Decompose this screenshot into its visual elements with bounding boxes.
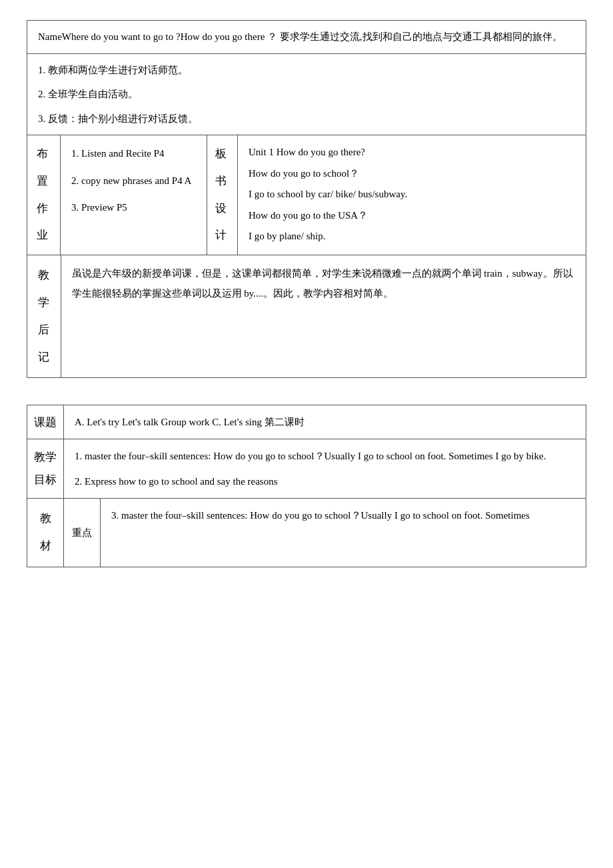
jiao-cai-label: 教 材 (27, 499, 64, 567)
steps-content: 1. 教师和两位学生进行对话师范。 2. 全班学生自由活动。 3. 反馈：抽个别… (27, 53, 586, 135)
after-section: 教 学 后 记 虽说是六年级的新授单词课，但是，这课单词都很简单，对学生来说稍微… (27, 255, 586, 378)
homework-item-2: 2. copy new phrases and P4 A (71, 169, 196, 193)
jiao-xue-mu-biao-row: 教学目标 1. master the four–skill sentences:… (27, 439, 586, 499)
ke-ti-row: 课题 A. Let's try Let's talk Group work C.… (27, 405, 586, 439)
jiao-xue-mu-biao-label: 教学目标 (27, 439, 64, 499)
after-row: 教 学 后 记 虽说是六年级的新授单词课，但是，这课单词都很简单，对学生来说稍微… (27, 255, 586, 378)
ke-ti-label: 课题 (27, 405, 64, 439)
after-label: 教 学 后 记 (27, 255, 61, 377)
step-3: 3. 反馈：抽个别小组进行对话反馈。 (38, 109, 575, 129)
table-section-1: NameWhere do you want to go to ?How do y… (27, 20, 586, 378)
step-2: 2. 全班学生自由活动。 (38, 85, 575, 104)
homework-content: 1. Listen and Recite P4 2. copy new phra… (61, 135, 207, 255)
jiao-xue-content: 1. master the four–skill sentences: How … (64, 439, 586, 499)
steps-row: 1. 教师和两位学生进行对话师范。 2. 全班学生自由活动。 3. 反馈：抽个别… (27, 53, 586, 135)
jiao-cai-row: 教 材 重点 3. master the four–skill sentence… (27, 499, 586, 567)
homework-item-3: 3. Preview P5 (71, 196, 196, 219)
board-label: 板 书 设 计 (207, 135, 238, 255)
after-content: 虽说是六年级的新授单词课，但是，这课单词都很简单，对学生来说稍微难一点的就两个单… (61, 255, 586, 377)
table-section-2: 课题 A. Let's try Let's talk Group work C.… (27, 405, 586, 567)
homework-board-row: 布 置 作 业 1. Listen and Recite P4 2. copy … (27, 135, 586, 255)
step-1: 1. 教师和两位学生进行对话师范。 (38, 61, 575, 80)
zhong-dian-content: 3. master the four–skill sentences: How … (101, 499, 586, 567)
board-line-4: How do you go to the USA？ (249, 205, 575, 227)
top-intro-row: NameWhere do you want to go to ?How do y… (27, 21, 586, 54)
board-line-2: How do you go to school？ (249, 163, 575, 185)
zhong-dian-label: 重点 (64, 499, 101, 567)
intro-content: NameWhere do you want to go to ?How do y… (27, 21, 586, 54)
board-content: Unit 1 How do you go there? How do you g… (238, 135, 586, 255)
jiao-xue-item-1: 1. master the four–skill sentences: How … (75, 446, 575, 466)
homework-label: 布 置 作 业 (27, 135, 61, 255)
homework-item-1: 1. Listen and Recite P4 (71, 142, 196, 165)
board-line-1: Unit 1 How do you go there? (249, 142, 575, 163)
board-line-5: I go by plane/ ship. (249, 226, 575, 247)
board-line-3: I go to school by car/ bike/ bus/subway. (249, 184, 575, 205)
jiao-xue-item-2: 2. Express how to go to school and say t… (75, 471, 575, 491)
ke-ti-content: A. Let's try Let's talk Group work C. Le… (64, 405, 586, 439)
